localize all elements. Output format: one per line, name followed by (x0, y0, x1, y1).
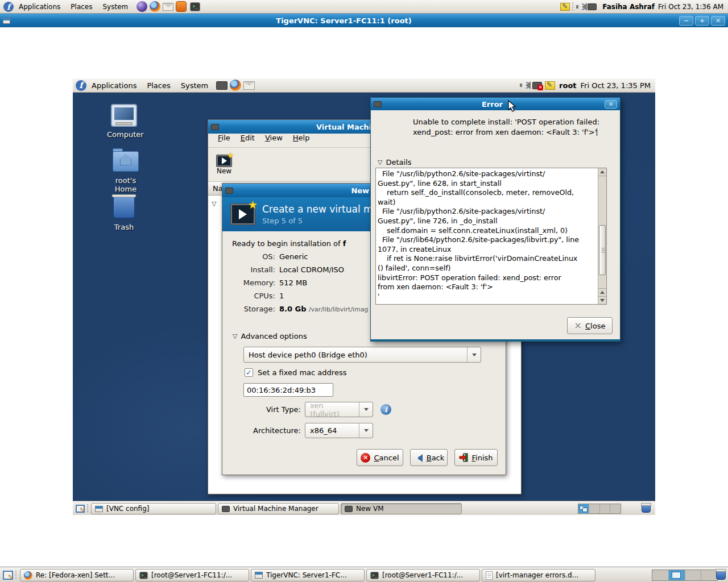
summary-value: Local CDROM/ISO (279, 265, 344, 274)
scroll-down-arrow[interactable] (598, 296, 606, 304)
host-menu-places[interactable]: Places (65, 0, 97, 13)
taskbar-button-new-vm[interactable]: New VM (341, 503, 462, 514)
remote-menu-applications[interactable]: Applications (86, 78, 142, 92)
mail-clock-icon[interactable] (243, 81, 255, 90)
vnc-window-titlebar[interactable]: TigerVNC: Server1-FC11:1 (root) (0, 14, 728, 27)
workspace-4[interactable] (701, 570, 717, 580)
remote-username[interactable]: root (559, 81, 577, 90)
host-menu-system[interactable]: System (97, 0, 133, 13)
speaker-icon[interactable] (520, 81, 530, 90)
minimize-button[interactable] (679, 16, 693, 26)
taskbar-button-terminal-1[interactable]: [root@Server1-FC11:/... (135, 569, 249, 581)
orange-app-icon[interactable] (176, 1, 187, 12)
summary-value: Generic (279, 252, 308, 261)
workspace-2[interactable] (669, 570, 685, 580)
close-button[interactable] (711, 16, 725, 26)
firefox-icon[interactable] (230, 80, 241, 91)
finish-icon (459, 453, 468, 462)
trash-icon (113, 197, 135, 218)
taskbar-separator (15, 570, 18, 580)
computer-icon (111, 104, 137, 127)
host-clock[interactable]: Fri Oct 23, 1:36 AM (658, 3, 723, 11)
app-sphere-icon[interactable] (136, 1, 147, 12)
vmm-menu-file[interactable]: File (213, 134, 235, 147)
firefox-icon[interactable] (150, 1, 160, 12)
details-box[interactable]: File "/usr/lib/python2.6/site-packages/v… (375, 168, 607, 305)
taskbar-trash-icon[interactable] (716, 570, 726, 580)
mail-clock-icon[interactable] (163, 3, 173, 11)
mac-address-input[interactable] (243, 383, 333, 397)
taskbar-button-vmm[interactable]: Virtual Machine Manager (218, 503, 339, 514)
error-close-button[interactable] (605, 100, 617, 109)
mac-checkbox[interactable] (245, 368, 253, 377)
vmm-menu-help[interactable]: Help (288, 134, 315, 147)
notes-icon[interactable] (560, 3, 570, 11)
terminal-icon (370, 572, 379, 579)
taskbar-button-tigervnc[interactable]: TigerVNC: Server1-FC... (251, 569, 365, 581)
panel-separator (572, 2, 574, 11)
architecture-select[interactable]: x86_64 (305, 423, 373, 438)
terminal-icon[interactable] (190, 2, 200, 11)
desktop-icon-home[interactable]: root's Home (106, 151, 146, 193)
displays-icon[interactable] (588, 3, 597, 10)
vmm-window-icon (211, 124, 219, 130)
advanced-options-expander[interactable]: Advanced options (233, 332, 307, 340)
host-menu-applications[interactable]: Applications (14, 0, 65, 13)
monitor-icon (222, 506, 230, 512)
speaker-icon[interactable] (576, 2, 585, 11)
scroll-thumb[interactable] (599, 225, 606, 275)
vmm-menu-view[interactable]: View (260, 134, 288, 147)
taskbar-button-vnc-config[interactable]: [VNC config] (91, 503, 216, 514)
scroll-up-arrow-2[interactable] (598, 288, 606, 296)
show-desktop-icon[interactable] (76, 505, 85, 513)
network-error-icon[interactable] (532, 82, 542, 89)
mac-checkbox-row[interactable]: Set a fixed mac address (245, 368, 346, 377)
cancel-button[interactable]: Cancel (357, 449, 403, 466)
info-icon[interactable] (380, 404, 391, 415)
vnc-window-icon[interactable] (3, 18, 10, 24)
window-icon (255, 572, 263, 579)
desktop-icon-computer[interactable]: Computer (107, 104, 141, 139)
mac-checkbox-label: Set a fixed mac address (258, 368, 346, 377)
workspace-4[interactable] (610, 504, 621, 513)
taskbar-button-mail[interactable]: Re: [Fedora-xen] Sett... (20, 569, 134, 581)
workspace-3[interactable] (600, 504, 611, 513)
back-button[interactable]: Back (410, 449, 448, 466)
row-expander-icon[interactable]: ▽ (212, 200, 216, 207)
show-desktop-icon[interactable] (3, 571, 13, 580)
vmm-menu-edit[interactable]: Edit (235, 134, 260, 147)
fedora-logo-icon[interactable]: f (76, 80, 86, 91)
taskbar-separator (86, 504, 89, 513)
remote-clock[interactable]: Fri Oct 23, 1:35 PM (581, 81, 651, 90)
workspace-2[interactable] (589, 504, 600, 513)
workspace-3[interactable] (685, 570, 702, 580)
vmm-new-button[interactable]: ★ New (212, 155, 237, 175)
workspace-switcher[interactable] (578, 504, 621, 514)
maximize-button[interactable] (695, 16, 709, 26)
taskbar-trash-icon[interactable] (642, 504, 651, 513)
remote-menu-system[interactable]: System (176, 78, 213, 92)
error-window-icon (374, 101, 382, 107)
taskbar-button-terminal-2[interactable]: [root@Server1-FC11:/... (366, 569, 480, 581)
workspace-1[interactable] (652, 570, 669, 580)
summary-value: 512 MB (279, 278, 307, 287)
finish-button[interactable]: Finish (454, 449, 498, 466)
desktop-icon-trash[interactable]: Trash (107, 197, 141, 231)
workspace-switcher[interactable] (652, 569, 718, 581)
close-dialog-button[interactable]: Close (567, 317, 613, 334)
taskbar-button-errors-doc[interactable]: [virt-manager errors.d... (482, 569, 595, 581)
error-titlebar[interactable]: Error (371, 98, 620, 110)
scroll-up-arrow[interactable] (598, 168, 606, 176)
host-username[interactable]: Fasiha Ashraf (602, 3, 655, 11)
details-scrollbar[interactable] (598, 168, 606, 304)
details-expander[interactable]: Details (378, 158, 412, 167)
new-vm-icon: ★ (216, 155, 232, 167)
workspace-1[interactable] (578, 504, 589, 513)
vmm-launcher-icon[interactable] (216, 81, 228, 90)
fedora-logo-icon[interactable]: f (3, 2, 14, 12)
remote-menu-places[interactable]: Places (142, 78, 175, 92)
close-x-icon (574, 321, 582, 331)
host-device-select[interactable]: Host device peth0 (Bridge eth0) (243, 347, 481, 363)
notes-icon[interactable] (545, 81, 555, 90)
ready-text: Ready to begin installation of f (232, 239, 346, 248)
